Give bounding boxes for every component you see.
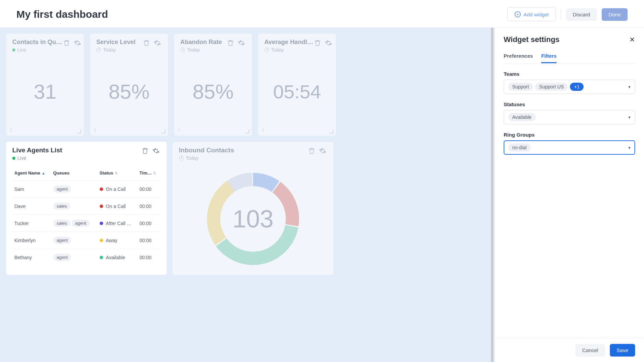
widget-settings-panel: Widget settings ✕ Preferences Filters Te… <box>494 28 644 362</box>
gear-icon[interactable] <box>324 39 333 47</box>
tab-preferences[interactable]: Preferences <box>504 51 533 63</box>
agent-name: Dave <box>12 198 51 215</box>
settings-tabs: Preferences Filters <box>504 51 635 64</box>
topbar: My first dashboard + Add widget Discard … <box>0 0 644 28</box>
settings-footer: Cancel Save <box>495 338 644 362</box>
metric-value: 85% <box>96 53 162 131</box>
drag-handle-icon[interactable]: ⠿ <box>178 128 180 133</box>
trash-icon[interactable] <box>142 39 151 47</box>
agent-status: After Call … <box>98 215 138 232</box>
done-button[interactable]: Done <box>602 8 628 21</box>
status-dot-icon <box>100 239 103 242</box>
widget-inbound-contacts[interactable]: Inbound Contacts Today 103 <box>173 142 333 275</box>
teams-label: Teams <box>504 71 635 77</box>
table-row[interactable]: Tucker salesagent After Call … 00:00 <box>12 215 160 232</box>
trash-icon[interactable] <box>313 39 322 47</box>
teams-select[interactable]: SupportSupport US+1 ▾ <box>504 80 635 94</box>
resize-handle-icon[interactable] <box>245 129 249 134</box>
clock-icon <box>96 47 101 52</box>
chevron-down-icon: ▾ <box>628 84 631 89</box>
widget-subtitle: Today <box>187 47 200 53</box>
agent-name: Tucker <box>12 215 51 232</box>
discard-button[interactable]: Discard <box>566 8 597 21</box>
gear-icon[interactable] <box>237 39 246 47</box>
chip[interactable]: Available <box>508 113 536 121</box>
statuses-select[interactable]: Available ▾ <box>504 110 635 124</box>
table-row[interactable]: Bethany agent Available 00:00 <box>12 249 160 266</box>
ring-groups-select[interactable]: no-dial ▾ <box>504 140 635 155</box>
metric-value: 85% <box>180 53 246 131</box>
agent-queues: sales <box>51 198 98 215</box>
chip[interactable]: no-dial <box>508 143 531 152</box>
chip[interactable]: Support US <box>535 83 568 91</box>
col-agent-name[interactable]: Agent Name▲ <box>12 167 51 181</box>
table-row[interactable]: Sam agent On a Call 00:00 <box>12 181 160 198</box>
donut-segment <box>207 181 235 245</box>
col-status[interactable]: Status⇅ <box>98 167 138 181</box>
drag-handle-icon[interactable]: ⠿ <box>10 128 12 133</box>
agent-status: Available <box>98 249 138 266</box>
widget-abandon-rate[interactable]: Abandon Rate Today 85% ⠿ <box>174 34 252 136</box>
queue-pill: agent <box>72 220 90 227</box>
widget-average-handling[interactable]: Average Handl… Today 05:54 ⠿ <box>258 34 336 136</box>
widget-subtitle: Live <box>17 155 26 161</box>
status-dot-icon <box>100 187 103 191</box>
widget-title: Inbound Contacts <box>179 147 234 154</box>
agent-status: On a Call <box>98 198 138 215</box>
add-widget-button[interactable]: + Add widget <box>507 8 556 21</box>
col-queues[interactable]: Queues <box>51 167 98 181</box>
gear-icon[interactable] <box>73 39 82 47</box>
widget-contacts-in-queue[interactable]: Contacts in Qu… Live 31 ⠿ <box>6 34 84 136</box>
status-dot-icon <box>100 205 103 208</box>
add-widget-label: Add widget <box>523 12 549 17</box>
col-time[interactable]: Tim…⇅ <box>138 167 160 181</box>
widget-service-level[interactable]: Service Level Today 85% ⠿ <box>90 34 168 136</box>
cancel-button[interactable]: Cancel <box>575 344 605 357</box>
agent-name: Bethany <box>12 249 51 266</box>
resize-handle-icon[interactable] <box>329 129 333 134</box>
agents-table: Agent Name▲ Queues Status⇅ Tim…⇅ Sam age… <box>12 167 160 266</box>
chip-more[interactable]: +1 <box>570 83 584 91</box>
tab-filters[interactable]: Filters <box>541 51 557 63</box>
trash-icon[interactable] <box>62 39 71 47</box>
divider <box>561 9 561 20</box>
drag-handle-icon[interactable]: ⠿ <box>262 128 264 133</box>
agent-status: Away <box>98 232 138 249</box>
agent-time: 00:00 <box>138 232 160 249</box>
settings-title: Widget settings <box>504 35 560 44</box>
donut-center-value: 103 <box>233 205 274 233</box>
agent-time: 00:00 <box>138 181 160 198</box>
agent-queues: agent <box>51 232 98 249</box>
clock-icon <box>264 47 269 52</box>
agent-name: Kimberlyn <box>12 232 51 249</box>
sort-asc-icon: ▲ <box>42 171 45 175</box>
chip[interactable]: Support <box>508 83 533 91</box>
close-icon[interactable]: ✕ <box>629 36 635 44</box>
donut-segment <box>272 182 299 226</box>
widget-live-agents[interactable]: Live Agents List Live Agent Name▲ Queues <box>6 142 167 275</box>
table-row[interactable]: Kimberlyn agent Away 00:00 <box>12 232 160 249</box>
save-button[interactable]: Save <box>610 344 635 357</box>
widget-title: Average Handl… <box>264 39 313 46</box>
drag-handle-icon[interactable]: ⠿ <box>94 128 96 133</box>
widget-title: Abandon Rate <box>180 39 222 46</box>
chevron-down-icon: ▾ <box>628 115 631 120</box>
resize-handle-icon[interactable] <box>161 129 165 134</box>
chevron-down-icon: ▾ <box>628 145 631 150</box>
agent-status: On a Call <box>98 181 138 198</box>
table-row[interactable]: Dave sales On a Call 00:00 <box>12 198 160 215</box>
gear-icon[interactable] <box>318 147 327 155</box>
trash-icon[interactable] <box>226 39 235 47</box>
donut-chart: 103 <box>179 168 327 270</box>
queue-pill: agent <box>53 237 71 244</box>
trash-icon[interactable] <box>307 147 316 155</box>
sort-icon: ⇅ <box>115 171 118 175</box>
gear-icon[interactable] <box>153 39 162 47</box>
gear-icon[interactable] <box>152 147 160 155</box>
trash-icon[interactable] <box>141 147 150 155</box>
status-dot-icon <box>100 256 103 259</box>
resize-handle-icon[interactable] <box>77 129 81 134</box>
metric-value: 31 <box>12 53 78 131</box>
widget-subtitle: Today <box>271 47 284 53</box>
page-title: My first dashboard <box>16 9 108 20</box>
